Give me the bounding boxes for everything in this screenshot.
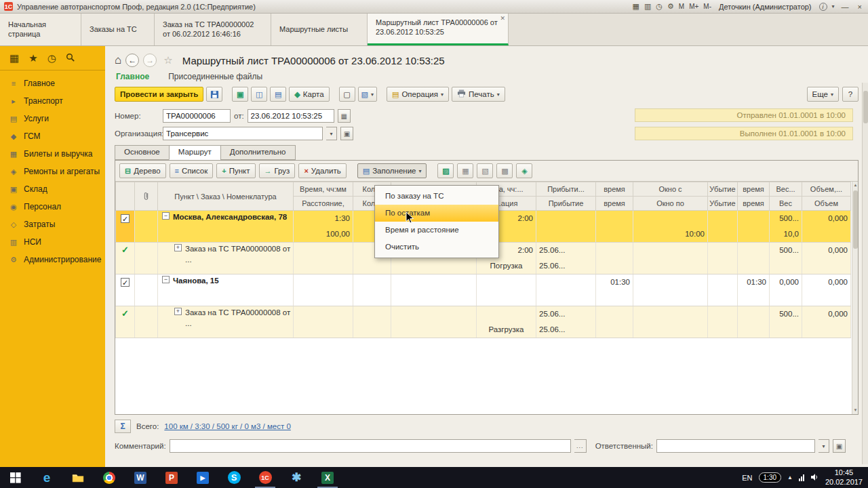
memory-mplus-button[interactable]: М+: [689, 3, 698, 10]
column-header-departure[interactable]: Убытие: [708, 182, 738, 197]
mail-button[interactable]: ▧▾: [358, 87, 377, 102]
responsible-open-icon[interactable]: ▣: [833, 439, 846, 453]
sidebar-item-uslugi[interactable]: ▤Услуги: [0, 110, 105, 127]
comment-more-button[interactable]: ...: [574, 439, 587, 453]
form-scrollbar[interactable]: [862, 83, 868, 464]
minimize-button[interactable]: —: [840, 3, 851, 11]
sidebar-item-sklad[interactable]: ▣Склад: [0, 180, 105, 198]
current-user[interactable]: Деточкин (Администратор): [719, 3, 812, 11]
responsible-field[interactable]: [656, 439, 815, 453]
expand-toggle[interactable]: +: [174, 244, 182, 251]
column-header-distance[interactable]: Расстояние,: [294, 197, 353, 211]
calendar-icon[interactable]: ▦: [633, 2, 639, 11]
column-header-time[interactable]: Время, чч:мм: [294, 182, 353, 197]
powerpoint-icon[interactable]: P: [156, 467, 187, 488]
menu-item-time-and-distance[interactable]: Время и расстояние: [375, 222, 498, 239]
tab-dopolnitelno[interactable]: Дополнительно: [220, 145, 296, 160]
clock[interactable]: 10:45 20.02.2017: [825, 468, 863, 487]
calculator-icon[interactable]: ▥: [644, 2, 651, 11]
language-indicator[interactable]: EN: [742, 474, 752, 482]
sidebar-item-glavnoe[interactable]: ≡Главное: [0, 75, 105, 92]
tray-chevron-icon[interactable]: ▲: [787, 474, 793, 481]
scroll-up-icon[interactable]: ▲: [852, 182, 858, 189]
tab-home-page[interactable]: Начальная страница: [0, 14, 81, 45]
word-icon[interactable]: W: [125, 467, 156, 488]
column-header-volume[interactable]: Объем,...: [802, 182, 851, 197]
expand-toggle[interactable]: +: [174, 308, 182, 315]
organization-open-icon[interactable]: ▣: [340, 127, 353, 140]
totals-link[interactable]: 100 км / 3:30 / 500 кг / 0 м3 / мест 0: [164, 422, 290, 430]
fill-menu-button[interactable]: ▤Заполнение▾: [357, 163, 427, 178]
nav-link-glavnoe[interactable]: Главное: [116, 72, 149, 81]
column-header-time1b[interactable]: время: [596, 197, 633, 211]
sidebar-item-transport[interactable]: ▸Транспорт: [0, 92, 105, 110]
comment-field[interactable]: [170, 439, 571, 453]
nav-link-attached-files[interactable]: Присоединенные файлы: [168, 72, 262, 81]
column-header-arrival2[interactable]: Прибытие: [536, 197, 596, 211]
route-row-order-unloading[interactable]: ✓ +Заказ на ТС ТРА00000008 от ... Разгру…: [116, 306, 851, 338]
paste-icon[interactable]: ▧: [477, 163, 493, 178]
column-header-window-to[interactable]: Окно по: [633, 197, 708, 211]
edge-icon[interactable]: e: [31, 467, 62, 488]
copy-icon[interactable]: ▦: [457, 163, 473, 178]
post-and-close-button[interactable]: Провести и закрыть: [115, 87, 203, 102]
number-field[interactable]: [163, 109, 231, 123]
chrome-icon[interactable]: [94, 467, 125, 488]
sidebar-item-personal[interactable]: ◉Персонал: [0, 198, 105, 216]
dtkt-register-icon[interactable]: ◫: [251, 87, 267, 102]
history-clock-icon[interactable]: ◷: [47, 53, 56, 63]
help-button[interactable]: ?: [842, 87, 859, 102]
info-icon[interactable]: i: [819, 3, 827, 11]
utility-icon[interactable]: ✱: [281, 467, 312, 488]
table-scrollbar[interactable]: ▲ ▼: [852, 182, 858, 414]
fill-template-icon[interactable]: ▨: [437, 163, 454, 178]
column-header-arrival[interactable]: Прибыти...: [536, 182, 596, 197]
home-icon[interactable]: ⌂: [115, 54, 121, 67]
1c-taskbar-icon[interactable]: 1С: [250, 467, 281, 488]
collapse-toggle[interactable]: −: [162, 212, 170, 220]
organization-field[interactable]: [163, 127, 323, 140]
sidebar-item-gsm[interactable]: ◆ГСМ: [0, 127, 105, 145]
sidebar-item-nsi[interactable]: ▥НСИ: [0, 233, 105, 251]
tab-route-sheet-doc[interactable]: Маршрутный лист ТРА00000006 от 23.06.201…: [368, 14, 509, 45]
memory-mminus-button[interactable]: М-: [703, 3, 711, 10]
favorites-star-icon[interactable]: ★: [28, 53, 37, 63]
scrollbar-thumb[interactable]: [853, 190, 858, 249]
route-row-point-chayanova[interactable]: ✓ −Чаянова, 15 01:30 01:30 0,000 0,000: [116, 274, 851, 306]
column-header-time2[interactable]: время: [738, 182, 770, 197]
selection-icon[interactable]: ◈: [516, 163, 532, 178]
menu-item-by-balances[interactable]: По остаткам: [375, 205, 498, 222]
column-header-weight2[interactable]: Вес: [770, 197, 802, 211]
battery-indicator[interactable]: 1:30: [759, 472, 781, 483]
sidebar-item-zatraty[interactable]: ◇Затраты: [0, 216, 105, 233]
file-icon[interactable]: ▢: [339, 87, 355, 102]
memory-m-button[interactable]: М: [679, 3, 684, 10]
responsible-dropdown-icon[interactable]: ▾: [818, 439, 829, 453]
column-header-point[interactable]: Пункт \ Заказ \ Номенклатура: [158, 182, 294, 211]
settings-icon[interactable]: ⚙: [667, 2, 674, 11]
row-checkbox[interactable]: ✓: [121, 214, 130, 223]
favorite-star-icon[interactable]: ☆: [163, 54, 172, 66]
form-scrollbar-thumb[interactable]: [863, 91, 868, 123]
column-header-window-from[interactable]: Окно с: [633, 182, 708, 197]
delete-row-button[interactable]: ×Удалить: [298, 163, 346, 178]
search-icon[interactable]: [66, 53, 75, 64]
tab-osnovnoe[interactable]: Основное: [115, 145, 170, 160]
back-button[interactable]: ←: [125, 54, 139, 67]
forward-button[interactable]: →: [143, 54, 157, 67]
list-view-button[interactable]: ≡Список: [170, 163, 214, 178]
row-checkbox[interactable]: ✓: [121, 278, 130, 287]
column-header-departure2[interactable]: Убытие: [708, 197, 738, 211]
close-button[interactable]: ×: [856, 3, 864, 11]
menu-item-clear[interactable]: Очистить: [375, 239, 498, 256]
save-button[interactable]: [206, 87, 222, 102]
sidebar-item-remonty[interactable]: ◈Ремонты и агрегаты: [0, 163, 105, 180]
excel-icon[interactable]: X: [312, 467, 343, 488]
tab-vehicle-orders[interactable]: Заказы на ТС: [81, 14, 155, 45]
organization-dropdown-icon[interactable]: ▾: [326, 127, 337, 140]
operation-menu-button[interactable]: ▤ Операция ▾: [387, 87, 449, 102]
totals-sigma-button[interactable]: Σ: [115, 420, 131, 433]
menu-item-by-vehicle-order[interactable]: По заказу на ТС: [375, 188, 498, 205]
file-explorer-icon[interactable]: [62, 467, 94, 488]
collapse-toggle[interactable]: −: [162, 276, 170, 283]
